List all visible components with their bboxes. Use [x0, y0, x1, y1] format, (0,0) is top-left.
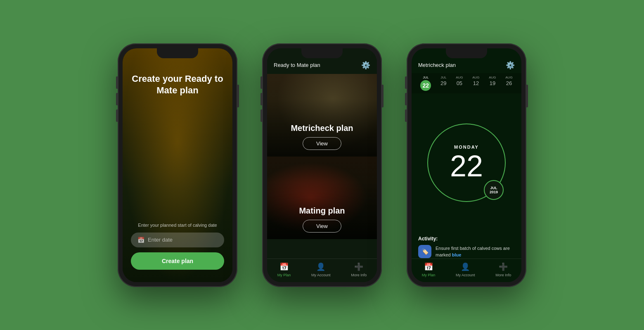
- calendar-tab-icon-2: 📅: [279, 262, 289, 271]
- phone2-header-title: Ready to Mate plan: [274, 62, 320, 68]
- metricheck-title: Metricheck plan: [291, 123, 353, 133]
- tab-more-info-label-2: More Info: [351, 273, 367, 277]
- tab-my-plan-label-2: My Plan: [277, 273, 291, 277]
- tab-my-account-label-2: My Account: [311, 273, 331, 277]
- phone1-subtitle: Enter your planned start of calving date: [138, 223, 217, 228]
- date-item-1[interactable]: JUL 22: [420, 76, 431, 91]
- tab-my-plan-label-3: My Plan: [422, 273, 436, 277]
- date-month-4: AUG: [472, 76, 479, 79]
- phone-1: Create your Ready to Mate plan Enter you…: [118, 43, 237, 287]
- activity-section: Activity: 🏷️ Ensure first batch of calve…: [412, 233, 521, 259]
- date-placeholder: Enter date: [148, 237, 173, 243]
- date-item-6[interactable]: AUG 26: [505, 76, 512, 91]
- calendar-section: MONDAY 22 JUL 2019: [412, 93, 521, 233]
- phone3-header-title: Metricheck plan: [418, 62, 456, 68]
- phone1-screen: Create your Ready to Mate plan Enter you…: [123, 48, 232, 282]
- phone3-screen: Metricheck plan ⚙️ JUL 22 JUL 29 AUG 05: [412, 48, 521, 282]
- notch-3: [446, 48, 487, 58]
- gear-icon-3[interactable]: ⚙️: [506, 61, 515, 70]
- date-strip: JUL 22 JUL 29 AUG 05 AUG 12 AUG 19: [412, 73, 521, 93]
- mating-card[interactable]: Mating plan View: [267, 157, 377, 239]
- gear-icon-2[interactable]: ⚙️: [361, 61, 370, 70]
- activity-text-main: Ensure first batch of calved cows are ma…: [436, 246, 510, 258]
- date-num-5: 19: [490, 80, 495, 86]
- tab-my-plan-3[interactable]: 📅 My Plan: [422, 262, 436, 277]
- date-item-2[interactable]: JUL 29: [440, 76, 446, 91]
- phone3-tab-bar: 📅 My Plan 👤 My Account ➕ More Info: [412, 259, 521, 282]
- activity-label: Activity:: [418, 236, 515, 242]
- date-month-5: AUG: [489, 76, 496, 79]
- phone2-content: Metricheck plan View Mating plan View: [267, 74, 377, 259]
- account-tab-icon-2: 👤: [316, 262, 325, 271]
- activity-icon-wrap: 🏷️: [418, 245, 431, 258]
- notch-1: [157, 48, 198, 58]
- activity-text-color: blue: [452, 252, 462, 257]
- month-badge-month: JUL: [490, 186, 497, 190]
- phone2-tab-bar: 📅 My Plan 👤 My Account ➕ More Info: [267, 259, 377, 282]
- month-badge: JUL 2019: [484, 180, 504, 200]
- date-month-2: JUL: [440, 76, 446, 79]
- mating-title: Mating plan: [299, 206, 345, 216]
- phone2-screen: Ready to Mate plan ⚙️ Metricheck plan Vi…: [267, 48, 377, 282]
- phone-3: Metricheck plan ⚙️ JUL 22 JUL 29 AUG 05: [407, 43, 526, 287]
- date-month-3: AUG: [456, 76, 463, 79]
- day-label: MONDAY: [454, 145, 479, 150]
- circle-container: MONDAY 22 JUL 2019: [425, 121, 508, 204]
- date-item-3[interactable]: AUG 05: [456, 76, 463, 91]
- date-month-6: AUG: [505, 76, 512, 79]
- date-num-6: 26: [506, 80, 512, 86]
- date-input[interactable]: 📅 Enter date: [131, 233, 224, 247]
- tab-my-plan-2[interactable]: 📅 My Plan: [277, 262, 291, 277]
- tab-my-account-3[interactable]: 👤 My Account: [456, 262, 475, 277]
- activity-text: Ensure first batch of calved cows are ma…: [436, 245, 515, 259]
- mating-view-button[interactable]: View: [303, 220, 341, 233]
- date-item-4[interactable]: AUG 12: [472, 76, 479, 91]
- phone-2: Ready to Mate plan ⚙️ Metricheck plan Vi…: [262, 43, 382, 287]
- date-month-1: JUL: [423, 76, 429, 79]
- phone1-title: Create your Ready to Mate plan: [123, 73, 232, 97]
- calendar-icon: 📅: [137, 237, 144, 243]
- activity-marker-icon: 🏷️: [421, 248, 429, 255]
- more-info-tab-icon-2: ➕: [354, 262, 363, 271]
- create-plan-button[interactable]: Create plan: [131, 252, 224, 270]
- date-num-3: 05: [457, 80, 462, 86]
- metricheck-card[interactable]: Metricheck plan View: [267, 74, 377, 157]
- tab-my-account-label-3: My Account: [456, 273, 475, 277]
- date-num-4: 12: [473, 80, 479, 86]
- month-badge-year: 2019: [490, 190, 498, 194]
- tab-my-account-2[interactable]: 👤 My Account: [311, 262, 331, 277]
- activity-item: 🏷️ Ensure first batch of calved cows are…: [418, 245, 515, 259]
- tab-more-info-3[interactable]: ➕ More Info: [495, 262, 511, 277]
- account-tab-icon-3: 👤: [461, 262, 470, 271]
- metricheck-view-button[interactable]: View: [303, 137, 341, 150]
- day-number: 22: [450, 151, 483, 181]
- tab-more-info-label-3: More Info: [495, 273, 511, 277]
- date-num-2: 29: [440, 80, 446, 86]
- more-info-tab-icon-3: ➕: [499, 262, 508, 271]
- date-item-5[interactable]: AUG 19: [489, 76, 496, 91]
- calendar-tab-icon-3: 📅: [424, 262, 433, 271]
- tab-more-info-2[interactable]: ➕ More Info: [351, 262, 367, 277]
- notch-2: [301, 48, 343, 58]
- date-num-1: 22: [420, 80, 431, 91]
